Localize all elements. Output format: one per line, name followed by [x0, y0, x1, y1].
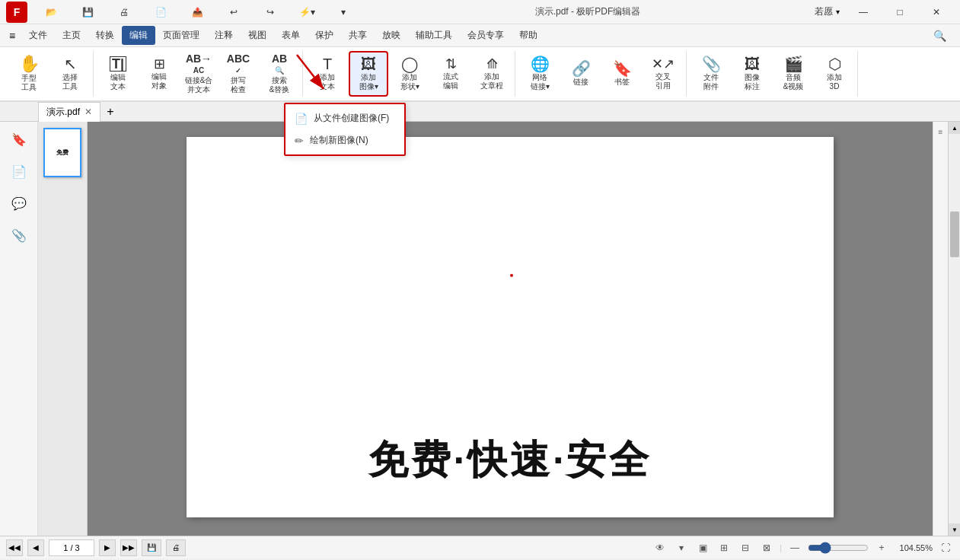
- menu-vip[interactable]: 会员专享: [460, 26, 512, 45]
- search-button[interactable]: 🔍: [922, 24, 957, 48]
- file-attach-label: 文件附件: [703, 73, 719, 91]
- tab-close-button[interactable]: ✕: [85, 107, 92, 117]
- edit-text-button[interactable]: T| 编辑文本: [98, 51, 138, 97]
- more-button[interactable]: ▾: [326, 0, 361, 24]
- minimize-button[interactable]: —: [846, 0, 881, 24]
- flow-edit-button[interactable]: ⇅ 流式编辑: [431, 51, 470, 97]
- panel-pages-icon[interactable]: 📄: [8, 160, 30, 183]
- link-combine-label: 链接&合并文本: [185, 76, 213, 94]
- hand-tool-button[interactable]: ✋ 手型 工具: [9, 51, 49, 97]
- audio-video-button[interactable]: 🎬 音频&视频: [773, 51, 813, 97]
- view-toggle-button[interactable]: ▾: [673, 539, 690, 556]
- undo-button[interactable]: ↩: [216, 0, 251, 24]
- menu-present[interactable]: 放映: [375, 26, 408, 45]
- add-image-button[interactable]: 🖼 添加图像▾: [349, 51, 388, 97]
- fit-page-button[interactable]: ⊠: [758, 539, 775, 556]
- menu-annotate[interactable]: 注释: [207, 26, 241, 45]
- print-nav-button[interactable]: 🖨: [166, 539, 186, 556]
- open-button[interactable]: 📂: [33, 0, 69, 24]
- dropdown-icon[interactable]: ▾: [836, 8, 840, 16]
- vertical-scrollbar[interactable]: ▲ ▼: [948, 122, 960, 536]
- panel-comment-icon[interactable]: 💬: [8, 192, 30, 215]
- draw-icon: ✏: [295, 135, 304, 147]
- tab-document-label: 演示.pdf: [46, 106, 80, 119]
- menu-page[interactable]: 页面管理: [155, 26, 207, 45]
- scroll-track[interactable]: [949, 134, 960, 523]
- add-image-dropdown: 📄 从文件创建图像(F) ✏ 绘制新图像(N): [284, 103, 406, 156]
- spell-check-button[interactable]: ABC✓ 拼写检查: [218, 51, 258, 97]
- add-text-button[interactable]: T 添加文本: [308, 51, 347, 97]
- commands-button[interactable]: ⚡▾: [289, 0, 324, 24]
- add-passage-button[interactable]: ⟰ 添加文章程: [472, 51, 512, 97]
- add-shape-button[interactable]: ◯ 添加形状▾: [390, 51, 429, 97]
- flow-edit-label: 流式编辑: [443, 72, 458, 91]
- scroll-thumb[interactable]: [950, 212, 959, 257]
- scroll-view-button[interactable]: ⊟: [737, 539, 754, 556]
- view-mode-button[interactable]: 👁: [652, 539, 668, 556]
- image-mark-button[interactable]: 🖼 图像标注: [732, 51, 772, 97]
- scroll-down-button[interactable]: ▼: [949, 523, 960, 536]
- thumbnail-page-1[interactable]: 免费: [43, 128, 81, 177]
- fullscreen-button[interactable]: ⛶: [937, 539, 954, 556]
- menu-protect[interactable]: 保护: [308, 26, 341, 45]
- add-3d-button[interactable]: ⬡ 添加3D: [815, 51, 854, 97]
- redo-button[interactable]: ↪: [253, 0, 288, 24]
- search-replace-button[interactable]: AB🔍 搜索&替换: [260, 51, 299, 97]
- print-button[interactable]: 🖨: [107, 0, 142, 24]
- new-button[interactable]: 📄: [143, 0, 178, 24]
- save-nav-button[interactable]: 💾: [142, 539, 161, 556]
- menu-view[interactable]: 视图: [241, 26, 274, 45]
- edit-text-label: 编辑文本: [110, 73, 126, 91]
- spell-icon: ABC✓: [227, 53, 250, 75]
- zoom-out-button[interactable]: —: [786, 539, 803, 556]
- hamburger-menu[interactable]: ≡: [3, 27, 21, 45]
- select-tool-button[interactable]: ↖ 选择 工具: [50, 51, 90, 97]
- close-button[interactable]: ✕: [919, 0, 954, 24]
- web-link-button[interactable]: 🌐 网络链接▾: [520, 51, 560, 97]
- status-left: ◀◀ ◀ ▶ ▶▶ 💾 🖨: [6, 539, 186, 556]
- right-panel-properties-icon[interactable]: ≡: [934, 125, 948, 138]
- menu-tools[interactable]: 辅助工具: [408, 26, 460, 45]
- panel-bookmark-icon[interactable]: 🔖: [8, 128, 30, 151]
- link-combine-icon: AB→AC: [186, 53, 212, 75]
- panel-attachment-icon[interactable]: 📎: [8, 224, 30, 247]
- left-panel: 🔖 📄 💬 📎: [0, 122, 38, 536]
- save-button[interactable]: 💾: [70, 0, 105, 24]
- page-input[interactable]: [49, 539, 94, 556]
- maximize-button[interactable]: □: [882, 0, 917, 24]
- link-button[interactable]: 🔗 链接: [561, 51, 601, 97]
- zoom-value-label: 104.55%: [895, 543, 933, 552]
- audio-video-label: 音频&视频: [783, 73, 804, 91]
- double-page-button[interactable]: ⊞: [716, 539, 732, 556]
- last-page-button[interactable]: ▶▶: [120, 539, 137, 556]
- toolbar-group-insert: 📎 文件附件 🖼 图像标注 🎬 音频&视频 ⬡ 添加3D: [688, 51, 858, 97]
- toolbar-group-add: T 添加文本 🖼 添加图像▾ ◯ 添加形状▾ ⇅ 流式编辑 ⟰ 添加文章程: [305, 51, 515, 97]
- next-page-button[interactable]: ▶: [99, 539, 116, 556]
- menu-help[interactable]: 帮助: [512, 26, 545, 45]
- menu-file[interactable]: 文件: [21, 26, 55, 45]
- bookmark-button[interactable]: 🔖 书签: [602, 51, 642, 97]
- right-panel: ≡: [933, 122, 948, 536]
- new-tab-button[interactable]: +: [100, 102, 120, 122]
- scroll-up-button[interactable]: ▲: [949, 122, 960, 134]
- draw-new-image-item[interactable]: ✏ 绘制新图像(N): [285, 129, 404, 151]
- first-page-button[interactable]: ◀◀: [6, 539, 23, 556]
- cross-ref-button[interactable]: ✕↗ 交叉引用: [643, 51, 683, 97]
- prev-page-button[interactable]: ◀: [27, 539, 44, 556]
- tab-document[interactable]: 演示.pdf ✕: [38, 102, 100, 122]
- edit-object-button[interactable]: ⊞ 编辑对象: [139, 51, 179, 97]
- menu-home[interactable]: 主页: [55, 26, 88, 45]
- share-button[interactable]: 📤: [180, 0, 215, 24]
- file-attach-button[interactable]: 📎 文件附件: [691, 51, 731, 97]
- create-from-file-item[interactable]: 📄 从文件创建图像(F): [285, 107, 404, 129]
- spell-label: 拼写检查: [231, 76, 246, 94]
- menu-form[interactable]: 表单: [274, 26, 308, 45]
- menu-edit[interactable]: 编辑: [122, 26, 155, 45]
- menu-convert[interactable]: 转换: [88, 26, 122, 45]
- zoom-in-button[interactable]: +: [873, 539, 890, 556]
- menu-share[interactable]: 共享: [341, 26, 375, 45]
- edit-object-icon: ⊞: [154, 57, 165, 71]
- link-combine-button[interactable]: AB→AC 链接&合并文本: [180, 51, 217, 97]
- zoom-slider[interactable]: [808, 542, 869, 554]
- single-page-button[interactable]: ▣: [694, 539, 711, 556]
